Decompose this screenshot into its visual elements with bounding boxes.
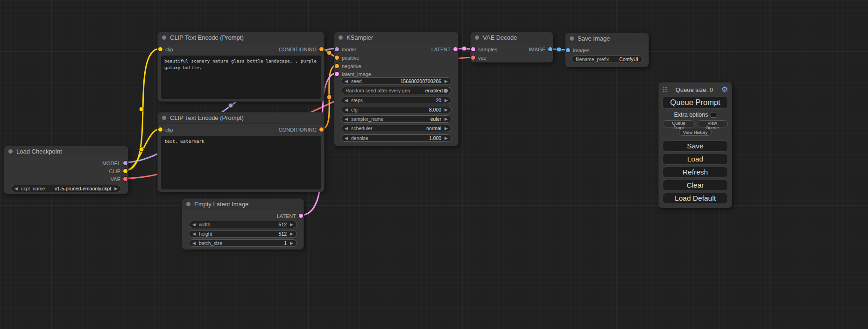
increment-arrow-icon[interactable]: ▶ (445, 136, 448, 140)
input-slot-samples[interactable] (471, 47, 475, 51)
output-slot-conditioning[interactable] (319, 127, 324, 132)
output-slot-label: IMAGE (529, 47, 545, 52)
input-slot-label: clip (165, 47, 173, 52)
node-title: Empty Latent Image (194, 201, 248, 208)
widget-filename-prefix[interactable]: filename_prefix ComfyUI (571, 56, 643, 63)
increment-arrow-icon[interactable]: ▶ (114, 187, 118, 191)
increment-arrow-icon[interactable]: ▶ (290, 232, 293, 236)
node-clip-text-encode-negative[interactable]: CLIP Text Encode (Prompt) clip CONDITION… (157, 112, 325, 192)
queue-prompt-button[interactable]: Queue Prompt (663, 96, 728, 109)
output-slot-clip[interactable] (123, 169, 127, 173)
node-collapse-dot[interactable] (8, 149, 13, 154)
widget-width[interactable]: ◀ width 512 ▶ (189, 221, 297, 228)
increment-arrow-icon[interactable]: ▶ (290, 241, 293, 245)
node-title-bar[interactable]: CLIP Text Encode (Prompt) (158, 32, 324, 43)
graph-canvas[interactable]: Load Checkpoint MODEL CLIP VAE ◀ ckpt_na… (0, 0, 868, 329)
decrement-arrow-icon[interactable]: ◀ (345, 108, 348, 112)
node-title-bar[interactable]: KSampler (334, 32, 458, 43)
settings-gear-icon[interactable]: ⚙ (721, 86, 728, 93)
widget-batch-size[interactable]: ◀ batch_size 1 ▶ (189, 239, 297, 247)
clear-button[interactable]: Clear (663, 180, 728, 191)
output-slot-image[interactable] (548, 47, 552, 51)
widget-sampler-name[interactable]: ◀ sampler_name euler ▶ (341, 115, 452, 123)
decrement-arrow-icon[interactable]: ◀ (345, 126, 348, 131)
widget-random-seed-toggle[interactable]: Random seed after every gen enabled (341, 87, 452, 94)
node-save-image[interactable]: Save Image images filename_prefix ComfyU… (565, 33, 649, 67)
output-slot-model[interactable] (123, 161, 127, 165)
output-slot-latent[interactable] (299, 214, 303, 218)
widget-height[interactable]: ◀ height 512 ▶ (189, 230, 297, 238)
widget-ckpt-name[interactable]: ◀ ckpt_name v1-5-pruned-emaonly.ckpt ▶ (11, 185, 121, 192)
input-slot-negative[interactable] (335, 64, 339, 68)
increment-arrow-icon[interactable]: ▶ (290, 223, 293, 227)
wire-midpoint-dot (139, 107, 144, 112)
decrement-arrow-icon[interactable]: ◀ (345, 79, 348, 84)
node-title-bar[interactable]: CLIP Text Encode (Prompt) (158, 112, 324, 124)
widget-value: normal (426, 126, 441, 131)
input-slot-latent-image[interactable] (335, 72, 339, 76)
load-button[interactable]: Load (663, 154, 728, 165)
node-collapse-dot[interactable] (570, 36, 574, 41)
output-slot-label: VAE (111, 176, 120, 182)
widget-seed[interactable]: ◀ seed 156680208700286 ▶ (341, 77, 452, 85)
drag-handle-icon[interactable] (663, 86, 667, 93)
node-load-checkpoint[interactable]: Load Checkpoint MODEL CLIP VAE ◀ ckpt_na… (4, 146, 128, 194)
increment-arrow-icon[interactable]: ▶ (445, 108, 448, 112)
slot-row: samples IMAGE (471, 45, 553, 53)
load-default-button[interactable]: Load Default (663, 193, 728, 204)
node-title-bar[interactable]: Empty Latent Image (182, 199, 303, 210)
decrement-arrow-icon[interactable]: ◀ (345, 136, 348, 140)
queue-front-button[interactable]: Queue Front (663, 120, 695, 127)
node-collapse-dot[interactable] (186, 202, 191, 206)
input-slot-images[interactable] (566, 48, 570, 52)
slot-row: negative (334, 62, 458, 70)
view-queue-button[interactable]: View Queue (697, 120, 728, 127)
comfy-menu[interactable]: Queue size: 0 ⚙ Queue Prompt Extra optio… (658, 82, 732, 208)
widget-value: 8.000 (429, 107, 441, 112)
save-button[interactable]: Save (663, 140, 728, 152)
increment-arrow-icon[interactable]: ▶ (445, 98, 448, 103)
extra-options-checkbox[interactable] (711, 112, 716, 118)
node-ksampler[interactable]: KSampler model LATENT positive negative … (334, 32, 459, 146)
node-vae-decode[interactable]: VAE Decode samples IMAGE vae (470, 32, 553, 63)
input-slot-model[interactable] (335, 47, 339, 51)
output-slot-conditioning[interactable] (319, 47, 324, 51)
input-slot-clip[interactable] (158, 47, 162, 51)
refresh-button[interactable]: Refresh (663, 167, 728, 178)
node-empty-latent-image[interactable]: Empty Latent Image LATENT ◀ width 512 ▶ … (182, 198, 304, 250)
node-clip-text-encode-positive[interactable]: CLIP Text Encode (Prompt) clip CONDITION… (157, 32, 325, 102)
input-slot-vae[interactable] (471, 56, 475, 60)
widget-scheduler[interactable]: ◀ scheduler normal ▶ (341, 125, 452, 132)
widget-denoise[interactable]: ◀ denoise 1.000 ▶ (341, 134, 452, 142)
increment-arrow-icon[interactable]: ▶ (445, 79, 448, 84)
node-title-bar[interactable]: Save Image (565, 33, 649, 44)
input-slot-positive[interactable] (335, 56, 339, 60)
node-title-bar[interactable]: VAE Decode (471, 32, 553, 43)
node-title-bar[interactable]: Load Checkpoint (4, 146, 128, 157)
decrement-arrow-icon[interactable]: ◀ (345, 98, 348, 103)
prompt-textarea[interactable]: beautiful scenery nature glass bottle la… (161, 56, 321, 99)
node-collapse-dot[interactable] (162, 116, 166, 120)
node-collapse-dot[interactable] (339, 35, 343, 40)
input-slot-clip[interactable] (158, 127, 162, 132)
decrement-arrow-icon[interactable]: ◀ (192, 223, 196, 227)
wire-midpoint-dot (557, 47, 561, 52)
output-slot-latent[interactable] (453, 47, 458, 51)
node-collapse-dot[interactable] (475, 35, 479, 40)
widget-steps[interactable]: ◀ steps 20 ▶ (341, 97, 452, 104)
output-slot-vae[interactable] (123, 177, 127, 181)
decrement-arrow-icon[interactable]: ◀ (345, 117, 348, 121)
decrement-arrow-icon[interactable]: ◀ (192, 232, 196, 236)
node-collapse-dot[interactable] (162, 35, 166, 40)
increment-arrow-icon[interactable]: ▶ (445, 117, 448, 121)
toggle-indicator[interactable] (444, 89, 448, 93)
increment-arrow-icon[interactable]: ▶ (445, 126, 448, 131)
prompt-textarea[interactable]: text, watermark (161, 136, 321, 189)
wire-midpoint-dot (327, 95, 332, 99)
decrement-arrow-icon[interactable]: ◀ (14, 187, 18, 191)
node-title: CLIP Text Encode (Prompt) (170, 114, 244, 121)
decrement-arrow-icon[interactable]: ◀ (192, 241, 196, 245)
widget-cfg[interactable]: ◀ cfg 8.000 ▶ (341, 106, 452, 113)
queue-size-label: Queue size: 0 (667, 86, 721, 93)
view-history-button[interactable]: View History (679, 129, 712, 136)
